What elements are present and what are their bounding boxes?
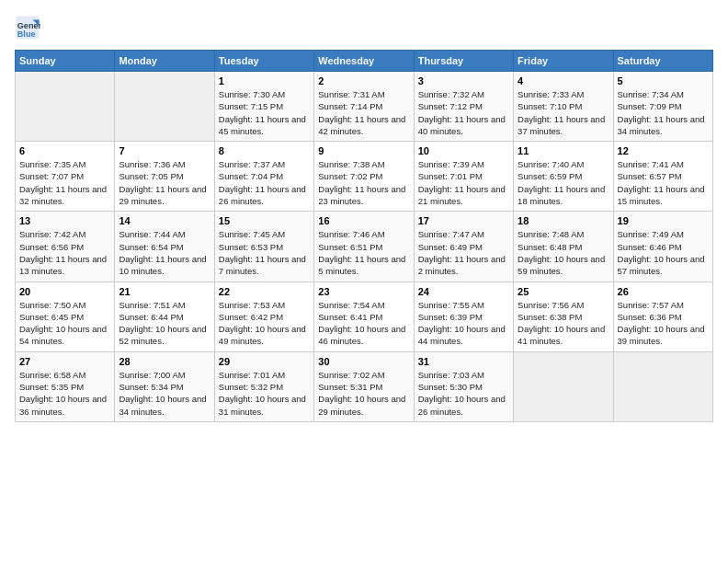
- day-info: Sunrise: 7:47 AM Sunset: 6:49 PM Dayligh…: [418, 228, 509, 277]
- day-info: Sunrise: 7:53 AM Sunset: 6:42 PM Dayligh…: [219, 299, 310, 348]
- day-info: Sunrise: 7:55 AM Sunset: 6:39 PM Dayligh…: [418, 299, 509, 348]
- day-number: 5: [618, 75, 709, 86]
- day-number: 26: [618, 286, 709, 297]
- day-info: Sunrise: 7:44 AM Sunset: 6:54 PM Dayligh…: [119, 228, 210, 277]
- day-info: Sunrise: 7:33 AM Sunset: 7:10 PM Dayligh…: [518, 88, 609, 137]
- weekday-header-row: SundayMondayTuesdayWednesdayThursdayFrid…: [16, 51, 713, 72]
- calendar-cell: 27Sunrise: 6:58 AM Sunset: 5:35 PM Dayli…: [16, 351, 115, 421]
- day-info: Sunrise: 7:51 AM Sunset: 6:44 PM Dayligh…: [119, 299, 210, 348]
- logo-icon: General Blue: [15, 15, 40, 40]
- week-row-4: 20Sunrise: 7:50 AM Sunset: 6:45 PM Dayli…: [16, 282, 713, 351]
- day-info: Sunrise: 7:40 AM Sunset: 6:59 PM Dayligh…: [518, 158, 609, 207]
- weekday-header-thursday: Thursday: [414, 51, 513, 72]
- day-number: 15: [219, 215, 310, 226]
- calendar-cell: [514, 351, 613, 421]
- calendar-cell: 21Sunrise: 7:51 AM Sunset: 6:44 PM Dayli…: [115, 282, 214, 351]
- weekday-header-friday: Friday: [514, 51, 613, 72]
- calendar-cell: 19Sunrise: 7:49 AM Sunset: 6:46 PM Dayli…: [613, 212, 712, 282]
- day-info: Sunrise: 7:37 AM Sunset: 7:04 PM Dayligh…: [219, 158, 310, 207]
- weekday-header-monday: Monday: [115, 51, 214, 72]
- day-number: 6: [19, 145, 110, 156]
- day-number: 16: [318, 215, 409, 226]
- day-number: 23: [318, 286, 409, 297]
- day-number: 12: [618, 145, 709, 156]
- day-number: 21: [119, 286, 210, 297]
- calendar-cell: 30Sunrise: 7:02 AM Sunset: 5:31 PM Dayli…: [314, 351, 414, 421]
- calendar-cell: 14Sunrise: 7:44 AM Sunset: 6:54 PM Dayli…: [115, 212, 214, 282]
- day-info: Sunrise: 7:49 AM Sunset: 6:46 PM Dayligh…: [618, 228, 709, 277]
- day-info: Sunrise: 7:35 AM Sunset: 7:07 PM Dayligh…: [19, 158, 110, 207]
- calendar-cell: 23Sunrise: 7:54 AM Sunset: 6:41 PM Dayli…: [314, 282, 414, 351]
- calendar-cell: 29Sunrise: 7:01 AM Sunset: 5:32 PM Dayli…: [214, 351, 313, 421]
- day-number: 24: [418, 286, 509, 297]
- calendar-cell: 15Sunrise: 7:45 AM Sunset: 6:53 PM Dayli…: [214, 212, 313, 282]
- calendar-cell: 4Sunrise: 7:33 AM Sunset: 7:10 PM Daylig…: [514, 72, 613, 142]
- week-row-5: 27Sunrise: 6:58 AM Sunset: 5:35 PM Dayli…: [16, 351, 713, 421]
- day-info: Sunrise: 7:34 AM Sunset: 7:09 PM Dayligh…: [618, 88, 709, 137]
- day-number: 3: [418, 75, 509, 86]
- calendar-cell: 2Sunrise: 7:31 AM Sunset: 7:14 PM Daylig…: [314, 72, 414, 142]
- day-info: Sunrise: 7:42 AM Sunset: 6:56 PM Dayligh…: [19, 228, 110, 277]
- day-number: 10: [418, 145, 509, 156]
- day-number: 25: [518, 286, 609, 297]
- day-number: 28: [119, 356, 210, 367]
- day-info: Sunrise: 7:00 AM Sunset: 5:34 PM Dayligh…: [119, 369, 210, 418]
- calendar-cell: 31Sunrise: 7:03 AM Sunset: 5:30 PM Dayli…: [414, 351, 513, 421]
- day-number: 14: [119, 215, 210, 226]
- logo: General Blue: [15, 15, 44, 40]
- week-row-1: 1Sunrise: 7:30 AM Sunset: 7:15 PM Daylig…: [16, 72, 713, 142]
- day-info: Sunrise: 6:58 AM Sunset: 5:35 PM Dayligh…: [19, 369, 110, 418]
- calendar-cell: 11Sunrise: 7:40 AM Sunset: 6:59 PM Dayli…: [514, 142, 613, 212]
- calendar-cell: 25Sunrise: 7:56 AM Sunset: 6:38 PM Dayli…: [514, 282, 613, 351]
- day-number: 7: [119, 145, 210, 156]
- calendar-cell: [16, 72, 115, 142]
- day-number: 13: [19, 215, 110, 226]
- day-info: Sunrise: 7:54 AM Sunset: 6:41 PM Dayligh…: [318, 299, 409, 348]
- calendar-cell: 24Sunrise: 7:55 AM Sunset: 6:39 PM Dayli…: [414, 282, 513, 351]
- day-info: Sunrise: 7:38 AM Sunset: 7:02 PM Dayligh…: [318, 158, 409, 207]
- day-info: Sunrise: 7:32 AM Sunset: 7:12 PM Dayligh…: [418, 88, 509, 137]
- calendar-cell: 9Sunrise: 7:38 AM Sunset: 7:02 PM Daylig…: [314, 142, 414, 212]
- calendar-cell: 6Sunrise: 7:35 AM Sunset: 7:07 PM Daylig…: [16, 142, 115, 212]
- day-number: 1: [219, 75, 310, 86]
- svg-text:Blue: Blue: [17, 29, 36, 39]
- day-info: Sunrise: 7:46 AM Sunset: 6:51 PM Dayligh…: [318, 228, 409, 277]
- day-info: Sunrise: 7:02 AM Sunset: 5:31 PM Dayligh…: [318, 369, 409, 418]
- page-header: General Blue: [15, 15, 713, 40]
- calendar-cell: [613, 351, 712, 421]
- day-info: Sunrise: 7:39 AM Sunset: 7:01 PM Dayligh…: [418, 158, 509, 207]
- day-number: 4: [518, 75, 609, 86]
- calendar-cell: 26Sunrise: 7:57 AM Sunset: 6:36 PM Dayli…: [613, 282, 712, 351]
- day-number: 11: [518, 145, 609, 156]
- day-number: 31: [418, 356, 509, 367]
- day-info: Sunrise: 7:36 AM Sunset: 7:05 PM Dayligh…: [119, 158, 210, 207]
- weekday-header-sunday: Sunday: [16, 51, 115, 72]
- day-info: Sunrise: 7:01 AM Sunset: 5:32 PM Dayligh…: [219, 369, 310, 418]
- day-number: 20: [19, 286, 110, 297]
- day-info: Sunrise: 7:48 AM Sunset: 6:48 PM Dayligh…: [518, 228, 609, 277]
- day-info: Sunrise: 7:31 AM Sunset: 7:14 PM Dayligh…: [318, 88, 409, 137]
- calendar-cell: 7Sunrise: 7:36 AM Sunset: 7:05 PM Daylig…: [115, 142, 214, 212]
- calendar-cell: 5Sunrise: 7:34 AM Sunset: 7:09 PM Daylig…: [613, 72, 712, 142]
- day-number: 9: [318, 145, 409, 156]
- day-info: Sunrise: 7:45 AM Sunset: 6:53 PM Dayligh…: [219, 228, 310, 277]
- day-number: 27: [19, 356, 110, 367]
- calendar-cell: [115, 72, 214, 142]
- day-number: 17: [418, 215, 509, 226]
- calendar-cell: 16Sunrise: 7:46 AM Sunset: 6:51 PM Dayli…: [314, 212, 414, 282]
- day-number: 29: [219, 356, 310, 367]
- week-row-3: 13Sunrise: 7:42 AM Sunset: 6:56 PM Dayli…: [16, 212, 713, 282]
- day-number: 30: [318, 356, 409, 367]
- calendar-cell: 22Sunrise: 7:53 AM Sunset: 6:42 PM Dayli…: [214, 282, 313, 351]
- day-info: Sunrise: 7:30 AM Sunset: 7:15 PM Dayligh…: [219, 88, 310, 137]
- weekday-header-saturday: Saturday: [613, 51, 712, 72]
- calendar-cell: 1Sunrise: 7:30 AM Sunset: 7:15 PM Daylig…: [214, 72, 313, 142]
- calendar-cell: 10Sunrise: 7:39 AM Sunset: 7:01 PM Dayli…: [414, 142, 513, 212]
- day-info: Sunrise: 7:57 AM Sunset: 6:36 PM Dayligh…: [618, 299, 709, 348]
- day-number: 19: [618, 215, 709, 226]
- day-number: 8: [219, 145, 310, 156]
- calendar-cell: 8Sunrise: 7:37 AM Sunset: 7:04 PM Daylig…: [214, 142, 313, 212]
- weekday-header-wednesday: Wednesday: [314, 51, 414, 72]
- day-number: 18: [518, 215, 609, 226]
- day-number: 22: [219, 286, 310, 297]
